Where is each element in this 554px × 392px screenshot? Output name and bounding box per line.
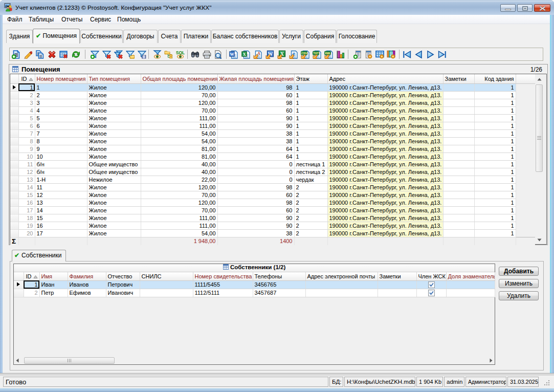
svg-text:CSV: CSV [301, 51, 308, 55]
svg-text:SQL: SQL [176, 50, 185, 55]
svg-text:X: X [242, 52, 246, 57]
svg-text:W: W [230, 52, 234, 57]
